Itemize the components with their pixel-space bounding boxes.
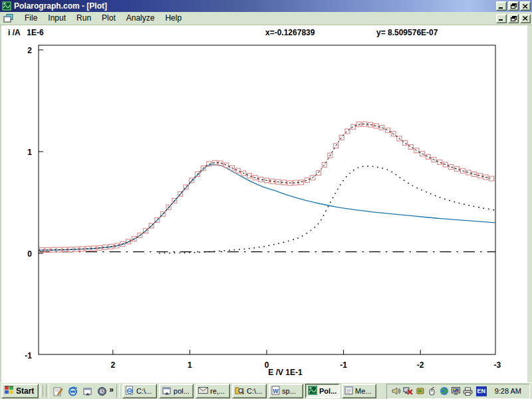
- x-tick-label: 1: [188, 360, 192, 370]
- app-window: Polarograph.com - [Plot] FileInputRunPlo…: [0, 0, 532, 399]
- taskbar-button-label: sp...: [282, 387, 296, 395]
- language-indicator[interactable]: EN: [476, 386, 487, 396]
- title-bar: Polarograph.com - [Plot]: [0, 0, 532, 12]
- x-tick-label: 2: [110, 360, 115, 370]
- taskbar-button-label: Pol...: [319, 387, 336, 395]
- x-tick-label: -3: [493, 360, 501, 370]
- polarograph-app-icon[interactable]: [2, 1, 11, 11]
- quick-launch-bar: [51, 385, 109, 397]
- menu-item-plot[interactable]: Plot: [96, 12, 121, 25]
- experimental-data-markers: [39, 122, 493, 252]
- quicklaunch-chevron[interactable]: »: [109, 385, 115, 397]
- mdi-minimize-button[interactable]: [496, 14, 507, 23]
- mail-icon: [198, 386, 208, 396]
- tray-printer-icon[interactable]: [463, 386, 473, 396]
- taskbar-button-label: C:\...: [247, 387, 262, 395]
- polarograph-icon: [308, 386, 317, 396]
- component2-curve: [159, 166, 495, 253]
- x-tick-label: -1: [340, 360, 347, 370]
- mdi-child-icon[interactable]: [3, 14, 14, 23]
- y-tick-label: -1: [25, 351, 32, 360]
- tray-volume-icon[interactable]: [391, 386, 402, 396]
- y-tick-label: 1: [27, 148, 32, 157]
- tray-mouse-icon[interactable]: [427, 386, 438, 396]
- taskbar-button-label: re,...: [210, 387, 225, 395]
- tray-globe-icon[interactable]: [439, 386, 450, 396]
- windows-logo-icon: [4, 386, 14, 396]
- y-tick-label: 0: [27, 249, 32, 259]
- window-title: Polarograph.com - [Plot]: [14, 1, 107, 11]
- taskbar: Start » C:\...pol...re,...C:\...Wsp...Po…: [0, 382, 532, 399]
- ie-page-icon: [125, 386, 134, 396]
- taskbar-clock[interactable]: 9:28 AM: [489, 387, 525, 395]
- menu-item-help[interactable]: Help: [160, 12, 187, 25]
- taskbar-button-label: Me...: [355, 387, 371, 395]
- taskbar-divider-2: [116, 384, 120, 398]
- close-button[interactable]: [520, 1, 531, 11]
- quicklaunch-window-arrow-icon[interactable]: [81, 385, 93, 397]
- taskbar-button-3[interactable]: re,...: [196, 384, 230, 398]
- y-tick-label: 2: [27, 46, 32, 55]
- notepad-icon: [344, 386, 353, 396]
- menu-item-run[interactable]: Run: [71, 12, 96, 25]
- quicklaunch-quickview-icon[interactable]: [96, 385, 108, 397]
- task-buttons: C:\...pol...re,...C:\...Wsp...Pol...Me..…: [122, 384, 376, 398]
- menu-bar: FileInputRunPlotAnalyzeHelp: [0, 12, 532, 25]
- mdi-close-button[interactable]: [520, 14, 531, 23]
- plot-border: [39, 45, 495, 354]
- component1-curve: [39, 164, 495, 250]
- menu-item-input[interactable]: Input: [43, 12, 71, 25]
- quicklaunch-ie-icon[interactable]: [66, 385, 78, 397]
- x-axis-title: E /V 1E-1: [268, 368, 303, 377]
- taskbar-button-6[interactable]: Pol...: [305, 384, 340, 398]
- taskbar-button-2[interactable]: pol...: [159, 384, 194, 398]
- taskbar-button-1[interactable]: C:\...: [122, 384, 157, 398]
- menu-item-file[interactable]: File: [19, 12, 43, 25]
- taskbar-divider: [46, 384, 49, 398]
- window-arrow-icon: [162, 386, 172, 397]
- start-label: Start: [16, 386, 34, 396]
- taskbar-button-label: pol...: [174, 387, 190, 395]
- quicklaunch-desktop-icon[interactable]: [52, 385, 64, 397]
- mdi-restore-button[interactable]: [508, 14, 519, 23]
- svg-text:W: W: [273, 388, 279, 394]
- quicklaunch-grip[interactable]: [40, 385, 43, 397]
- plot-canvas[interactable]: 210-1-2-3210-1E /V 1E-1: [0, 25, 532, 382]
- minimize-button[interactable]: [496, 1, 507, 11]
- word-doc-icon: W: [271, 386, 280, 396]
- taskbar-button-label: C:\...: [136, 387, 152, 395]
- restore-button[interactable]: [508, 1, 519, 11]
- system-tray: EN9:28 AM: [386, 384, 530, 399]
- start-button[interactable]: Start: [1, 384, 39, 398]
- taskbar-button-4[interactable]: C:\...: [232, 384, 267, 398]
- x-tick-label: -2: [417, 360, 424, 370]
- taskbar-button-5[interactable]: Wsp...: [269, 384, 303, 398]
- menu-items: FileInputRunPlotAnalyzeHelp: [19, 12, 187, 25]
- tray-display-icon[interactable]: [451, 386, 462, 396]
- menu-item-analyze[interactable]: Analyze: [121, 12, 160, 25]
- search-folder-icon: [235, 386, 245, 396]
- tray-network-error-icon[interactable]: [403, 386, 414, 396]
- taskbar-button-7[interactable]: Me...: [342, 384, 376, 398]
- tray-card-icon[interactable]: [415, 386, 426, 396]
